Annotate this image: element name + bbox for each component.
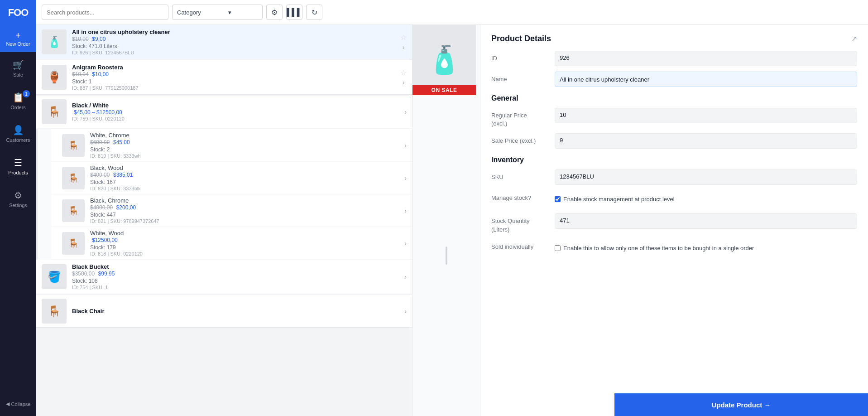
list-item[interactable]: 🪑 White, Wood $12500,00 Stock: 179 ID: 8… bbox=[51, 227, 412, 260]
sidebar-item-orders[interactable]: 📋 Orders 1 bbox=[0, 85, 36, 117]
variant-thumbnail: 🪑 bbox=[62, 167, 85, 189]
list-item[interactable]: 🪑 White, Chrome $699,99 $45,00 Stock: 2 … bbox=[51, 129, 412, 162]
product-name: Black Chair bbox=[72, 308, 401, 314]
sidebar-item-settings[interactable]: ⚙ Settings bbox=[0, 183, 36, 215]
general-section-title: General bbox=[491, 94, 857, 102]
variant-name: Black, Chrome bbox=[90, 197, 404, 204]
chevron-right-icon[interactable]: › bbox=[404, 240, 407, 247]
product-actions: ☆ › bbox=[400, 33, 407, 51]
chevron-right-icon[interactable]: › bbox=[403, 44, 405, 51]
product-new-price: $99,95 bbox=[98, 271, 115, 277]
name-label: Name bbox=[491, 72, 555, 83]
sidebar-item-settings-label: Settings bbox=[9, 203, 27, 208]
variant-new-price: $12500,00 bbox=[92, 237, 118, 243]
variant-pricing: $4000,00 $200,00 bbox=[90, 204, 404, 211]
variant-new-price: $200,00 bbox=[116, 204, 136, 211]
sku-label: SKU bbox=[491, 169, 555, 181]
refresh-button[interactable]: ↻ bbox=[306, 5, 322, 20]
products-icon: ☰ bbox=[14, 157, 22, 168]
chevron-right-icon[interactable]: › bbox=[404, 174, 407, 182]
barcode-button[interactable]: ▌▌▌ bbox=[286, 5, 302, 20]
detail-panel: Product Details ↗ ID 926 Name All in one… bbox=[480, 25, 868, 416]
product-stock: Stock: 108 bbox=[72, 278, 401, 284]
sidebar-item-products[interactable]: ☰ Products bbox=[0, 150, 36, 183]
name-field-row: Name All in one citrus upholstery cleane… bbox=[491, 72, 857, 87]
list-item[interactable]: 🪑 Black, Wood $400,00 $385,01 Stock: 167… bbox=[51, 162, 412, 194]
sold-individually-checkbox-row[interactable]: Enable this to allow only one of these i… bbox=[555, 242, 857, 254]
stock-qty-row: Stock Quantity(Liters) 471 bbox=[491, 213, 857, 233]
name-value[interactable]: All in one citrus upholstery cleaner bbox=[555, 72, 857, 87]
resize-handle-area bbox=[412, 95, 480, 416]
orders-badge: 1 bbox=[23, 90, 30, 97]
variant-stock: Stock: 2 bbox=[90, 146, 404, 153]
customers-icon: 👤 bbox=[13, 125, 24, 135]
id-label: ID bbox=[491, 51, 555, 63]
id-value: 926 bbox=[555, 51, 857, 66]
chevron-right-icon[interactable]: › bbox=[404, 108, 407, 116]
collapse-button[interactable]: ◀ Collapse bbox=[2, 397, 34, 411]
sidebar-item-customers[interactable]: 👤 Customers bbox=[0, 117, 36, 150]
chevron-right-icon[interactable]: › bbox=[404, 207, 407, 214]
manage-stock-field: Enable stock management at product level bbox=[555, 190, 857, 208]
variant-pricing: $12500,00 bbox=[90, 237, 404, 243]
star-icon[interactable]: ☆ bbox=[400, 33, 407, 42]
manage-stock-row: Manage stock? Enable stock management at… bbox=[491, 190, 857, 208]
category-dropdown[interactable]: Category ▾ bbox=[172, 5, 263, 20]
chevron-right-icon[interactable]: › bbox=[403, 79, 405, 86]
list-item[interactable]: 🧴 All in one citrus upholstery cleaner $… bbox=[36, 25, 412, 59]
search-input[interactable] bbox=[42, 5, 168, 20]
list-item[interactable]: 🪣 Black Bucket $3500,00 $99,95 Stock: 10… bbox=[36, 260, 412, 294]
variant-stock: Stock: 179 bbox=[90, 244, 404, 251]
product-meta: ID: 887 | SKU: 779125000187 bbox=[72, 85, 397, 91]
product-name: Anigram Roostera bbox=[72, 64, 397, 71]
variant-old-price: $400,00 bbox=[90, 172, 110, 178]
product-thumbnail: 🪣 bbox=[42, 264, 67, 289]
update-product-label: Update Product → bbox=[712, 401, 771, 409]
collapse-icon: ◀ bbox=[6, 401, 10, 407]
sku-value[interactable]: 1234567BLU bbox=[555, 169, 857, 185]
regular-price-row: Regular Price(excl.) 10 bbox=[491, 108, 857, 128]
stock-qty-value[interactable]: 471 bbox=[555, 213, 857, 229]
variant-new-price: $45,00 bbox=[113, 139, 130, 145]
star-icon[interactable]: ☆ bbox=[400, 68, 407, 77]
list-item[interactable]: 🪑 Black / White $45,00 – $12500,00 ID: 7… bbox=[36, 96, 412, 128]
manage-stock-checkbox[interactable] bbox=[555, 196, 561, 202]
sidebar-item-sale-label: Sale bbox=[13, 72, 23, 77]
product-meta: ID: 754 | SKU: 1 bbox=[72, 285, 401, 290]
filter-button[interactable]: ⚙ bbox=[266, 5, 283, 20]
product-new-price: $10,00 bbox=[92, 71, 109, 77]
variant-meta: ID: 820 | SKU: 3333blk bbox=[90, 186, 404, 191]
product-actions: › bbox=[404, 273, 407, 281]
content-area: 🧴 All in one citrus upholstery cleaner $… bbox=[36, 25, 868, 416]
manage-stock-label: Manage stock? bbox=[491, 190, 555, 202]
variant-thumbnail: 🪑 bbox=[62, 199, 85, 222]
product-stock: Stock: 1 bbox=[72, 78, 397, 85]
chevron-right-icon[interactable]: › bbox=[404, 142, 407, 149]
sold-individually-checkbox[interactable] bbox=[555, 245, 561, 251]
list-item[interactable]: 🪑 Black, Chrome $4000,00 $200,00 Stock: … bbox=[51, 194, 412, 227]
manage-stock-checkbox-row[interactable]: Enable stock management at product level bbox=[555, 193, 857, 205]
stock-qty-label: Stock Quantity(Liters) bbox=[491, 213, 555, 233]
sidebar-item-sale[interactable]: 🛒 Sale bbox=[0, 52, 36, 85]
bottom-spacer bbox=[491, 262, 857, 290]
new-order-button[interactable]: + New Order bbox=[0, 25, 36, 52]
variant-new-price: $385,01 bbox=[113, 172, 133, 178]
product-actions: ☆ › bbox=[400, 68, 407, 86]
variant-pricing: $699,99 $45,00 bbox=[90, 139, 404, 145]
drag-handle[interactable] bbox=[446, 247, 447, 265]
chevron-right-icon[interactable]: › bbox=[404, 308, 407, 315]
variant-pricing: $400,00 $385,01 bbox=[90, 171, 404, 178]
list-item[interactable]: 🪑 Black Chair › bbox=[36, 295, 412, 328]
product-info: Black Bucket $3500,00 $99,95 Stock: 108 … bbox=[72, 263, 401, 290]
external-link-icon[interactable]: ↗ bbox=[851, 34, 857, 43]
sale-price-value[interactable]: 9 bbox=[555, 133, 857, 149]
product-new-price: $9,00 bbox=[92, 36, 106, 42]
product-pricing: $10,94 $10,00 bbox=[72, 71, 397, 77]
product-old-price: $10,94 bbox=[72, 71, 89, 77]
sold-individually-row: Sold individually Enable this to allow o… bbox=[491, 239, 857, 257]
list-item[interactable]: 🏺 Anigram Roostera $10,94 $10,00 Stock: … bbox=[36, 60, 412, 95]
chevron-right-icon[interactable]: › bbox=[404, 273, 407, 281]
update-product-button[interactable]: Update Product → bbox=[614, 393, 868, 416]
regular-price-value[interactable]: 10 bbox=[555, 108, 857, 123]
variant-old-price: $4000,00 bbox=[90, 204, 113, 211]
